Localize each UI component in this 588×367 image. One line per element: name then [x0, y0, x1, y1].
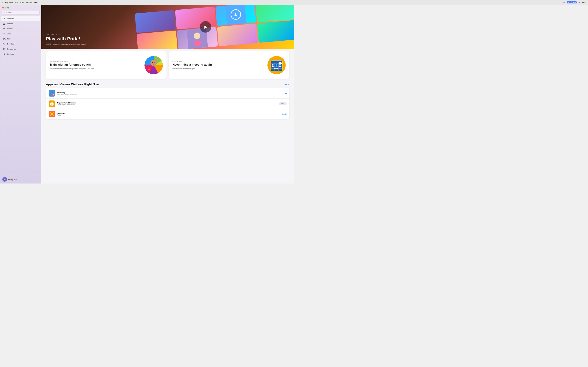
- app-name-sunblaze: Sunblaze: [57, 112, 280, 114]
- app-window: 🔍 ✦ Discover 🕹 Arcade ✏ Create ✈ Work 🎮: [0, 5, 294, 184]
- menubar-store[interactable]: Store: [20, 2, 24, 3]
- svg-rect-26: [279, 62, 282, 64]
- sidebar-item-label-discover: Discover: [7, 18, 14, 20]
- user-initials: BJ: [4, 179, 6, 180]
- sidebar: 🔍 ✦ Discover 🕹 Arcade ✏ Create ✈ Work 🎮: [0, 5, 41, 184]
- essentials-label: ESSENTIALS: [173, 60, 265, 62]
- apps-section-title: Apps and Games We Love Right Now: [46, 83, 99, 86]
- app-get-button-tripsy[interactable]: GET: [279, 102, 287, 105]
- apps-section-header: Apps and Games We Love Right Now See All: [46, 83, 289, 86]
- app-icon-notability: [49, 90, 55, 97]
- svg-point-20: [272, 64, 274, 66]
- svg-point-22: [276, 64, 277, 66]
- sidebar-item-discover[interactable]: ✦ Discover: [1, 16, 40, 21]
- app-icon-sunblaze: [49, 111, 55, 117]
- updates-icon: ⬇: [3, 53, 6, 55]
- search-icon: 🔍: [3, 12, 6, 14]
- game-tile-6: [177, 27, 218, 49]
- sidebar-item-label-arcade: Arcade: [7, 23, 13, 25]
- apple-logo-icon[interactable]: : [2, 1, 3, 4]
- app-name-notability: Notability: [57, 92, 281, 94]
- menubar-app-store[interactable]: App Store: [5, 2, 13, 3]
- essentials-text: ESSENTIALS Never miss a meeting again St…: [173, 60, 265, 70]
- essentials-calendar-image: [267, 56, 286, 74]
- game-tile-7: [217, 23, 258, 46]
- svg-point-8: [152, 62, 153, 63]
- create-icon: ✏: [3, 27, 6, 30]
- svg-point-7: [150, 60, 157, 66]
- user-avatar: BJ: [2, 177, 7, 182]
- essentials-card[interactable]: ESSENTIALS Never miss a meeting again St…: [169, 51, 289, 79]
- app-info-sunblaze: Sunblaze Action: [57, 112, 280, 116]
- app-price-sunblaze: £13.99: [282, 113, 287, 115]
- essentials-desc: Stay on schedule with these apps.: [173, 68, 265, 70]
- app-info-tripsy: Tripsy: Travel Planner Organize your tri…: [57, 102, 277, 106]
- arcade-icon: 🕹: [3, 23, 6, 25]
- developer-spotlight-text: DEVELOPER SPOTLIGHT Train with an AI ten…: [50, 60, 142, 70]
- app-info-notability: Notability Easy note-taking & annotation…: [57, 92, 281, 95]
- sidebar-item-label-develop: Develop: [7, 43, 14, 45]
- app-list: Notability Easy note-taking & annotation…: [46, 88, 289, 119]
- search-input[interactable]: [6, 12, 38, 14]
- minimize-button[interactable]: [5, 7, 6, 8]
- sidebar-item-label-updates: Updates: [7, 53, 14, 55]
- developer-spotlight-card[interactable]: DEVELOPER SPOTLIGHT Train with an AI ten…: [46, 51, 166, 79]
- app-action-tripsy[interactable]: GET: [279, 102, 287, 105]
- app-item-sunblaze[interactable]: Sunblaze Action £13.99: [46, 109, 289, 119]
- svg-point-24: [279, 64, 281, 66]
- nav-section: ✦ Discover 🕹 Arcade ✏ Create ✈ Work 🎮 Pl…: [0, 16, 41, 175]
- app-action-notability: £8.99: [283, 93, 287, 94]
- app-action-sunblaze: £13.99: [282, 113, 287, 115]
- hero-bg-games: ♟: [133, 5, 294, 49]
- developer-spotlight-label: DEVELOPER SPOTLIGHT: [50, 60, 142, 62]
- sidebar-item-develop[interactable]: 🔨 Develop: [1, 42, 40, 46]
- sidebar-item-work[interactable]: ✈ Work: [1, 31, 40, 36]
- app-item-notability[interactable]: Notability Easy note-taking & annotation…: [46, 88, 289, 99]
- app-icon-tripsy: [49, 100, 55, 107]
- sidebar-item-create[interactable]: ✏ Create: [1, 26, 40, 31]
- sidebar-item-label-create: Create: [7, 28, 13, 30]
- developer-spotlight-desc: Swupnil Sahai uses artificial intelligen…: [50, 68, 142, 70]
- sidebar-item-play[interactable]: 🎮 Play: [1, 36, 40, 41]
- svg-rect-25: [279, 66, 281, 67]
- app-desc-tripsy: Organize your trip itinerary: [57, 104, 277, 106]
- hero-video-play-button[interactable]: ▶: [200, 21, 211, 33]
- sidebar-item-label-work: Work: [7, 33, 11, 35]
- svg-text:🏆: 🏆: [148, 69, 150, 71]
- sidebar-item-label-categories: Categories: [7, 48, 16, 50]
- svg-rect-21: [272, 66, 274, 67]
- sidebar-item-arcade[interactable]: 🕹 Arcade: [1, 21, 40, 26]
- sidebar-item-label-play: Play: [7, 38, 11, 40]
- see-all-link[interactable]: See All: [284, 83, 289, 85]
- menu-bar:  App Store Edit Store Window Help 👓 Fri…: [0, 0, 294, 5]
- game-tile-3: ♟: [215, 5, 256, 26]
- close-button[interactable]: [2, 7, 4, 8]
- app-desc-notability: Easy note-taking & annotation.: [57, 94, 281, 95]
- user-name: Bobby Jack: [8, 179, 17, 180]
- svg-text:↑: ↑: [157, 69, 158, 71]
- svg-point-35: [51, 113, 53, 115]
- sidebar-item-categories[interactable]: ⊞ Categories: [1, 47, 40, 51]
- hero-banner: ♟ ▶: [41, 5, 294, 49]
- svg-point-33: [52, 104, 52, 105]
- sidebar-user[interactable]: BJ Bobby Jack: [0, 175, 41, 184]
- maximize-button[interactable]: [7, 7, 9, 8]
- sidebar-item-updates[interactable]: ⬇ Updates: [1, 52, 40, 56]
- main-content: ♟ ▶: [41, 5, 294, 184]
- tennis-coach-image: 🏆 ↑: [145, 56, 163, 74]
- discover-icon: ✦: [3, 17, 6, 20]
- content-area: DEVELOPER SPOTLIGHT Train with an AI ten…: [41, 49, 294, 122]
- feature-cards-row: DEVELOPER SPOTLIGHT Train with an AI ten…: [46, 51, 289, 79]
- essentials-title: Never miss a meeting again: [173, 63, 265, 67]
- svg-rect-23: [276, 66, 277, 67]
- menubar-edit[interactable]: Edit: [15, 2, 18, 3]
- menubar-window[interactable]: Window: [26, 2, 32, 3]
- traffic-lights: [0, 5, 41, 10]
- search-box[interactable]: 🔍: [2, 11, 40, 15]
- game-tile-4: [255, 5, 294, 23]
- play-icon: 🎮: [3, 38, 6, 40]
- work-icon: ✈: [3, 33, 6, 35]
- game-tile-8: [257, 20, 294, 43]
- menubar-help[interactable]: Help: [34, 2, 37, 3]
- app-item-tripsy[interactable]: Tripsy: Travel Planner Organize your tri…: [46, 99, 289, 109]
